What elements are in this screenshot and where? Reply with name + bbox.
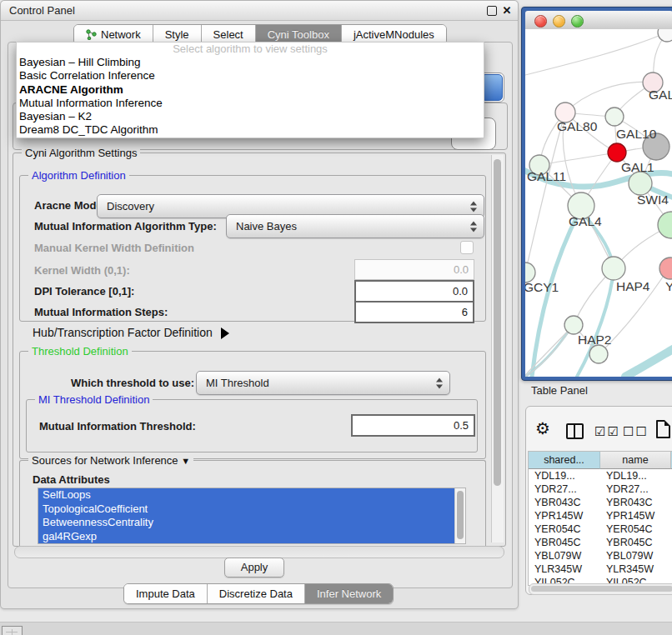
table-cell[interactable]: YLR345W [529, 562, 600, 576]
network-window-titlebar[interactable] [525, 11, 672, 30]
collapse-arrow-icon[interactable]: ▼ [181, 456, 190, 466]
table-row[interactable]: YBL079WYBL079W [529, 549, 672, 562]
table-row[interactable]: YER054CYER054C8. [529, 522, 672, 536]
node-label-swi4: SWI4 [637, 192, 669, 207]
table-cell[interactable]: YDL19... [529, 469, 600, 482]
network-canvas[interactable]: GALGAL80GAL10GAL1GAL11SWI4GAL4GCY1HAP4YH… [525, 29, 672, 377]
algorithm-option-aracne-algorithm[interactable]: ARACNE Algorithm [17, 83, 484, 97]
tab-impute-data-label: Impute Data [136, 588, 195, 600]
tab-discretize-data[interactable]: Discretize Data [208, 584, 305, 603]
tab-infer-network[interactable]: Infer Network [305, 584, 393, 603]
expand-arrow-icon[interactable] [221, 328, 229, 339]
window-title: Control Panel [9, 1, 75, 20]
node-label-hap2: HAP2 [578, 332, 612, 347]
network-node-hap4[interactable] [602, 257, 625, 280]
network-node-top-partial[interactable] [658, 29, 672, 42]
table-cell[interactable]: YLR345W [600, 562, 671, 576]
settings-horizontal-scrollbar[interactable] [14, 546, 504, 558]
network-node-bottom-node[interactable] [589, 345, 608, 363]
manual-kernel-checkbox[interactable] [460, 241, 474, 254]
split-columns-icon[interactable] [566, 423, 584, 439]
table-cell[interactable]: YDR27... [600, 482, 671, 496]
table-cell[interactable]: YER054C [600, 522, 671, 536]
tab-impute-data[interactable]: Impute Data [124, 584, 208, 603]
tab-cyni-toolbox-label: Cyni Toolbox [268, 28, 329, 41]
network-edge [525, 325, 574, 375]
table-cell[interactable]: YPR145W [529, 509, 600, 522]
mi-steps-label: Mutual Information Steps: [34, 306, 168, 318]
network-node-salmon[interactable] [659, 258, 672, 279]
network-node-hap2[interactable] [564, 316, 583, 334]
attribute-item-betweennesscentrality[interactable]: BetweennessCentrality [38, 516, 465, 530]
algorithm-option-bayesian-k2[interactable]: Bayesian – K2 [17, 110, 484, 123]
zoom-traffic-light-icon[interactable] [571, 15, 584, 28]
attribute-item-selfloops[interactable]: SelfLoops [38, 488, 465, 502]
table-row[interactable]: YDL19...YDL19...13 [529, 469, 672, 482]
table-cell[interactable]: YBR045C [600, 536, 671, 549]
hub-definition-expander[interactable]: Hub/Transcription Factor Definition [33, 326, 229, 339]
table-cell[interactable]: YBR043C [529, 496, 600, 509]
dpi-tolerance-field[interactable]: 0.0 [354, 280, 474, 302]
kernel-width-field[interactable]: 0.0 [354, 259, 474, 280]
apply-button[interactable]: Apply [224, 558, 284, 578]
minimize-traffic-light-icon[interactable] [553, 15, 565, 28]
table-cell[interactable]: YPR145W [600, 509, 671, 522]
aracne-mode-value: Discovery [107, 200, 154, 212]
close-traffic-light-icon[interactable] [534, 15, 547, 28]
table-row[interactable]: YBR043CYBR043C [529, 496, 672, 509]
list-vertical-scrollbar[interactable] [454, 488, 466, 543]
settings-group-title: Cyni Algorithm Settings [22, 147, 140, 159]
attribute-item-gal4rgexp[interactable]: gal4RGexp [38, 530, 465, 544]
table-row[interactable]: YPR145WYPR145W9. [529, 509, 672, 522]
tool-launcher-icon[interactable] [2, 626, 23, 635]
sources-group-title[interactable]: Sources for Network Inference ▼ [28, 454, 193, 467]
kernel-width-label: Kernel Width (0,1): [34, 264, 130, 277]
control-panel-titlebar[interactable]: Control Panel ✕ [1, 1, 518, 21]
node-label-hap4: HAP4 [616, 279, 650, 293]
table-horizontal-scrollbar[interactable] [529, 583, 672, 595]
network-node-gal10[interactable] [605, 108, 624, 126]
gear-icon[interactable]: ⚙ [535, 420, 550, 437]
table-cell[interactable]: YDL19... [600, 469, 671, 482]
network-node-gal1[interactable] [629, 172, 652, 195]
table-cell[interactable]: YDR27... [529, 482, 600, 496]
table-cell[interactable]: YBR045C [529, 536, 600, 549]
column-header-shared-[interactable]: shared... [529, 452, 600, 469]
algorithm-option-basic-correlation-inference[interactable]: Basic Correlation Inference [17, 69, 484, 82]
table-row[interactable]: YBR045CYBR045C9. [529, 536, 672, 549]
scrollbar-thumb[interactable] [494, 159, 501, 486]
settings-vertical-scrollbar[interactable] [491, 155, 504, 542]
data-attributes-list[interactable]: SelfLoopsTopologicalCoefficientBetweenne… [38, 488, 466, 544]
table-row[interactable]: YDR27...YDR27...12 [529, 482, 672, 496]
cyni-mode-tabs: Impute DataDiscretize DataInfer Network [123, 583, 394, 604]
tab-discretize-data-label: Discretize Data [219, 588, 293, 600]
checked-pair-icon[interactable]: ☑☑ [594, 424, 620, 439]
table-row[interactable]: YLR345WYLR345W9. [529, 562, 672, 576]
which-threshold-label: Which threshold to use: [71, 377, 194, 389]
algorithm-option-mutual-information-inference[interactable]: Mutual Information Inference [17, 97, 484, 110]
algorithm-option-dream8-dc-tdc-algorithm[interactable]: Dream8 DC_TDC Algorithm [17, 123, 484, 137]
tab-network-label: Network [101, 28, 141, 41]
network-node-red-node[interactable] [608, 143, 626, 162]
attribute-item-topologicalcoefficient[interactable]: TopologicalCoefficient [38, 502, 465, 517]
table-cell[interactable]: YBR043C [600, 496, 671, 509]
table-body: YDL19...YDL19...13YDR27...YDR27...12YBR0… [529, 469, 672, 586]
network-node-green-big[interactable] [658, 212, 672, 238]
unchecked-pair-icon[interactable]: ☐☐ [623, 424, 649, 439]
network-edge [525, 32, 667, 75]
algorithm-option-bayesian-hill-climbing[interactable]: Bayesian – Hill Climbing [17, 56, 484, 69]
column-header-name[interactable]: name [600, 452, 671, 469]
close-icon[interactable]: ✕ [500, 2, 514, 19]
mi-type-combo[interactable]: Naive Bayes [226, 214, 484, 238]
mi-threshold-field[interactable]: 0.5 [351, 414, 475, 437]
which-threshold-combo[interactable]: MI Threshold [196, 371, 450, 395]
table-cell[interactable]: YER054C [529, 522, 600, 536]
float-window-icon[interactable] [487, 6, 497, 16]
scrollbar-thumb[interactable] [531, 586, 672, 592]
mi-steps-field[interactable]: 6 [354, 301, 474, 323]
document-icon[interactable] [656, 420, 670, 438]
scrollbar-thumb[interactable] [457, 491, 464, 539]
table-cell[interactable]: YBL079W [600, 549, 671, 562]
table-cell[interactable]: YBL079W [529, 549, 600, 562]
table-panel-title: Table Panel [531, 384, 588, 397]
